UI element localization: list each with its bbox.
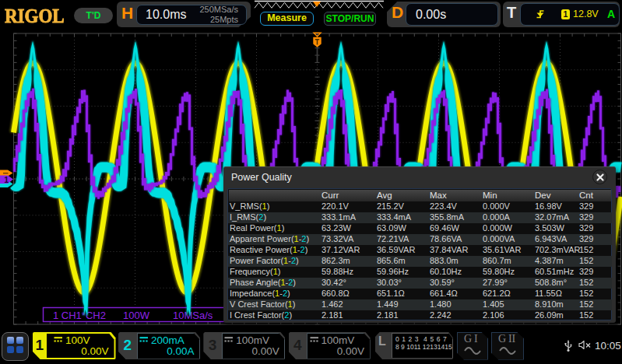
svg-text:10MSa/s: 10MSa/s bbox=[173, 310, 213, 321]
svg-text:1 CH1*CH2: 1 CH1*CH2 bbox=[53, 310, 106, 321]
svg-text:1: 1 bbox=[4, 175, 9, 184]
svg-text:100W: 100W bbox=[123, 310, 150, 321]
